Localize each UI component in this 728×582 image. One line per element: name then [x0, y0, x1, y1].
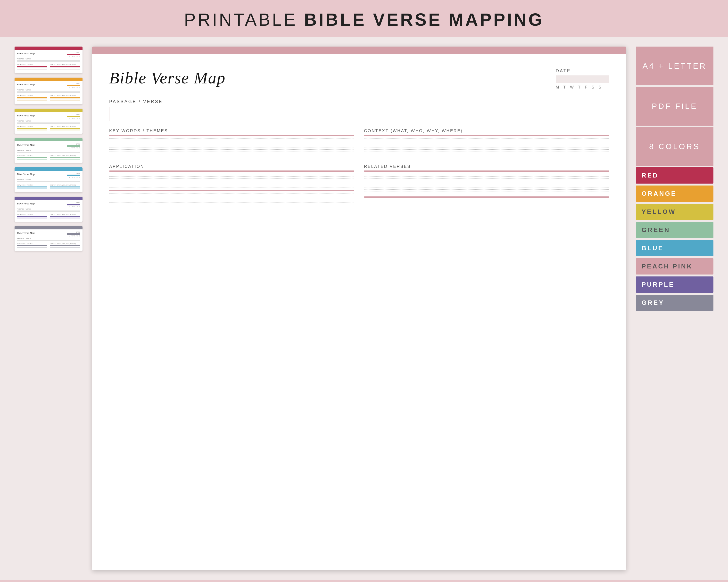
doc-passage-label: PASSAGE / VERSE — [109, 99, 609, 104]
thumb-date-block: DATE M T W T F S S — [67, 52, 80, 57]
document-preview: Bible Verse Map DATE M T W T F S S — [92, 47, 626, 570]
file-type-box: PDF FILE — [636, 87, 713, 126]
colors-count-text: 8 COLORS — [649, 142, 700, 151]
swatch-label-blue: BLUE — [642, 244, 664, 252]
doc-context-label: CONTEXT (WHAT, WHO, WHY, WHERE) — [364, 129, 609, 133]
thumb-bottom-row-orange: KEY WORDS / THEMES CONTEXT (WHAT, WHO, W… — [17, 94, 80, 102]
thumbnail-orange: Bible Verse Map DATE M T W T F S S PASSA… — [15, 78, 82, 104]
doc-application-label: APPLICATION — [109, 164, 354, 169]
doc-context-section: CONTEXT (WHAT, WHO, WHY, WHERE) — [364, 129, 609, 202]
thumb-date-bar — [67, 54, 80, 55]
thumbnail-grey: Bible Verse Map DATE M T W T F S S PASSA… — [15, 226, 82, 251]
thumb-title-row-orange: Bible Verse Map DATE M T W T F S S — [17, 83, 80, 88]
doc-keywords-label: KEY WORDS / THEMES — [109, 129, 354, 133]
doc-date-label: DATE — [556, 68, 571, 74]
colors-count-box: 8 COLORS — [636, 127, 713, 166]
doc-header-bar — [92, 47, 626, 54]
thumb-section-keywords: KEY WORDS / THEMES — [17, 63, 47, 71]
doc-top-row: Bible Verse Map DATE M T W T F S S — [109, 68, 609, 89]
file-type-text: PDF FILE — [652, 102, 697, 111]
thumb-context-line2 — [50, 69, 80, 70]
swatch-label-orange: ORANGE — [642, 190, 677, 197]
swatch-label-grey: GREY — [642, 299, 665, 306]
swatch-label-yellow: YELLOW — [642, 208, 676, 216]
thumb-bar-yellow — [15, 109, 82, 112]
swatch-green: GREEN — [636, 222, 713, 238]
thumb-bar-orange — [15, 78, 82, 81]
thumb-context-label: CONTEXT (WHAT, WHO, WHY, WHERE) — [50, 63, 80, 65]
thumb-date-label-orange: DATE — [76, 83, 80, 84]
thumb-days: M T W T F S S — [69, 56, 80, 57]
doc-passage-box — [109, 107, 609, 121]
thumb-section-context-orange: CONTEXT (WHAT, WHO, WHY, WHERE) — [50, 94, 80, 102]
doc-two-col: KEY WORDS / THEMES — [109, 129, 609, 202]
swatch-blue: BLUE — [636, 240, 713, 256]
features-column: A4 + LETTER PDF FILE 8 COLORS RED ORANGE… — [636, 47, 713, 570]
thumb-keywords-line1 — [17, 67, 47, 68]
doc-context-accent — [364, 135, 609, 136]
thumb-keywords-line2 — [17, 69, 47, 70]
thumbnail-yellow: Bible Verse Map DATE M T W T F S S PASSA… — [15, 109, 82, 134]
doc-body: Bible Verse Map DATE M T W T F S S — [92, 54, 626, 570]
swatch-label-green: GREEN — [642, 226, 670, 234]
swatch-label-red: RED — [642, 172, 658, 179]
thumb-date-label: DATE — [76, 52, 80, 53]
thumb-bar-red — [15, 47, 82, 50]
doc-context-lines — [364, 138, 609, 158]
doc-title: Bible Verse Map — [109, 68, 226, 87]
thumb-keywords-bar — [17, 66, 47, 67]
thumb-passage-bar — [17, 60, 80, 62]
title-bold: BIBLE VERSE MAPPING — [304, 10, 544, 29]
thumb-passage-bar-orange — [17, 91, 80, 93]
format-box: A4 + LETTER — [636, 47, 713, 85]
thumb-content-yellow: Bible Verse Map DATE M T W T F S S PASSA… — [15, 112, 82, 134]
thumb-title-row: Bible Verse Map DATE M T W T F S S — [17, 52, 80, 57]
doc-date-bar — [556, 76, 609, 83]
thumb-context-line1 — [50, 67, 80, 68]
swatch-label-peach-pink: PEACH PINK — [642, 262, 693, 270]
thumb-keywords-label: KEY WORDS / THEMES — [17, 63, 47, 65]
thumb-title-row-yellow: Bible Verse Map DATE M T W T F S S — [17, 114, 80, 119]
title-plain: PRINTABLE — [184, 10, 304, 29]
swatch-purple: PURPLE — [636, 276, 713, 293]
main-title: PRINTABLE BIBLE VERSE MAPPING — [0, 10, 728, 30]
swatch-orange: ORANGE — [636, 186, 713, 202]
format-text: A4 + LETTER — [643, 62, 707, 71]
doc-keywords-accent — [109, 135, 354, 136]
swatch-grey: GREY — [636, 295, 713, 311]
thumb-context-bar — [50, 66, 80, 67]
thumb-date-bar-orange — [67, 85, 80, 86]
thumb-days-orange: M T W T F S S — [69, 87, 80, 88]
swatch-yellow: YELLOW — [636, 204, 713, 220]
thumbnail-green: Bible Verse Map DATE M T W T F S S PASSA… — [15, 138, 82, 163]
page-header: PRINTABLE BIBLE VERSE MAPPING — [0, 0, 728, 37]
thumb-section-context: CONTEXT (WHAT, WHO, WHY, WHERE) — [50, 63, 80, 71]
swatch-label-purple: PURPLE — [642, 281, 674, 288]
thumbnail-red: Bible Verse Map DATE M T W T F S S PASSA… — [15, 47, 82, 73]
thumbnail-blue: Bible Verse Map DATE M T W T F S S PASSA… — [15, 167, 82, 192]
main-content: Bible Verse Map DATE M T W T F S S PASSA… — [0, 37, 728, 580]
thumb-bottom-row: KEY WORDS / THEMES CONTEXT (WHAT, WHO, W… — [17, 63, 80, 71]
thumb-title-orange: Bible Verse Map — [17, 83, 35, 86]
thumb-section-keywords-orange: KEY WORDS / THEMES — [17, 94, 47, 102]
doc-keywords-section: KEY WORDS / THEMES — [109, 129, 354, 202]
thumb-date-block-orange: DATE M T W T F S S — [67, 83, 80, 88]
doc-days-row: M T W T F S S — [556, 85, 602, 89]
thumb-content-orange: Bible Verse Map DATE M T W T F S S PASSA… — [15, 81, 82, 104]
doc-date-section: DATE M T W T F S S — [556, 68, 609, 89]
thumb-title: Bible Verse Map — [17, 52, 35, 55]
swatch-peach-pink: PEACH PINK — [636, 258, 713, 275]
thumb-passage-label: PASSAGE / VERSE — [17, 58, 80, 60]
thumb-passage-label-orange: PASSAGE / VERSE — [17, 89, 80, 91]
doc-related-label: RELATED VERSES — [364, 164, 609, 169]
thumbnails-column: Bible Verse Map DATE M T W T F S S PASSA… — [15, 47, 82, 570]
doc-keywords-lines — [109, 138, 354, 158]
swatch-red: RED — [636, 167, 713, 184]
thumbnail-purple: Bible Verse Map DATE M T W T F S S PASSA… — [15, 197, 82, 222]
thumb-content-red: Bible Verse Map DATE M T W T F S S PASSA… — [15, 50, 82, 73]
